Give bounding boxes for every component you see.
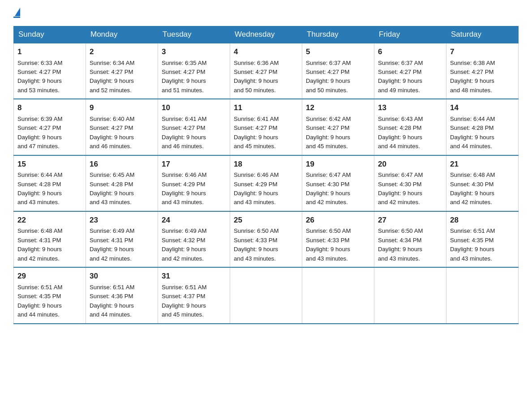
col-header-monday: Monday (86, 26, 158, 43)
logo-arrow-icon (15, 8, 20, 16)
day-info: Sunrise: 6:37 AMSunset: 4:27 PMDaylight:… (378, 60, 423, 94)
day-number: 7 (450, 46, 515, 58)
calendar-cell (374, 267, 446, 323)
calendar-cell: 3 Sunrise: 6:35 AMSunset: 4:27 PMDayligh… (158, 43, 230, 99)
calendar-cell: 21 Sunrise: 6:48 AMSunset: 4:30 PMDaylig… (446, 155, 519, 211)
day-number: 13 (378, 102, 442, 114)
day-info: Sunrise: 6:51 AMSunset: 4:35 PMDaylight:… (450, 227, 495, 261)
calendar-week-row: 22 Sunrise: 6:48 AMSunset: 4:31 PMDaylig… (14, 211, 519, 267)
calendar-cell: 8 Sunrise: 6:39 AMSunset: 4:27 PMDayligh… (14, 99, 86, 155)
day-info: Sunrise: 6:51 AMSunset: 4:36 PMDaylight:… (90, 284, 134, 318)
day-info: Sunrise: 6:44 AMSunset: 4:28 PMDaylight:… (17, 171, 62, 206)
calendar-cell: 10 Sunrise: 6:41 AMSunset: 4:27 PMDaylig… (158, 99, 230, 155)
calendar-cell: 22 Sunrise: 6:48 AMSunset: 4:31 PMDaylig… (14, 211, 86, 267)
calendar-cell: 28 Sunrise: 6:51 AMSunset: 4:35 PMDaylig… (446, 211, 519, 267)
calendar-cell: 25 Sunrise: 6:50 AMSunset: 4:33 PMDaylig… (230, 211, 302, 267)
calendar-cell: 9 Sunrise: 6:40 AMSunset: 4:27 PMDayligh… (86, 99, 158, 155)
calendar-cell: 4 Sunrise: 6:36 AMSunset: 4:27 PMDayligh… (230, 43, 302, 99)
col-header-wednesday: Wednesday (230, 26, 302, 43)
day-number: 12 (306, 102, 370, 114)
calendar-week-row: 15 Sunrise: 6:44 AMSunset: 4:28 PMDaylig… (14, 155, 519, 211)
calendar-cell: 31 Sunrise: 6:51 AMSunset: 4:37 PMDaylig… (158, 267, 230, 323)
calendar-cell: 7 Sunrise: 6:38 AMSunset: 4:27 PMDayligh… (446, 43, 519, 99)
calendar-cell: 29 Sunrise: 6:51 AMSunset: 4:35 PMDaylig… (14, 267, 86, 323)
day-number: 3 (162, 46, 226, 58)
day-number: 21 (450, 158, 515, 170)
day-number: 17 (162, 158, 226, 170)
calendar-cell: 20 Sunrise: 6:47 AMSunset: 4:30 PMDaylig… (374, 155, 446, 211)
calendar-cell: 26 Sunrise: 6:50 AMSunset: 4:33 PMDaylig… (302, 211, 374, 267)
calendar-cell: 14 Sunrise: 6:44 AMSunset: 4:28 PMDaylig… (446, 99, 519, 155)
day-info: Sunrise: 6:34 AMSunset: 4:27 PMDaylight:… (90, 60, 134, 94)
day-number: 28 (450, 214, 515, 226)
day-number: 16 (90, 158, 154, 170)
calendar-week-row: 29 Sunrise: 6:51 AMSunset: 4:35 PMDaylig… (14, 267, 519, 323)
calendar-cell: 11 Sunrise: 6:41 AMSunset: 4:27 PMDaylig… (230, 99, 302, 155)
day-number: 5 (306, 46, 370, 58)
logo (13, 9, 20, 18)
day-info: Sunrise: 6:50 AMSunset: 4:34 PMDaylight:… (378, 227, 423, 261)
calendar-cell: 30 Sunrise: 6:51 AMSunset: 4:36 PMDaylig… (86, 267, 158, 323)
day-number: 24 (162, 214, 226, 226)
day-number: 14 (450, 102, 515, 114)
calendar-cell: 5 Sunrise: 6:37 AMSunset: 4:27 PMDayligh… (302, 43, 374, 99)
calendar-cell (446, 267, 519, 323)
day-info: Sunrise: 6:50 AMSunset: 4:33 PMDaylight:… (234, 227, 279, 261)
day-info: Sunrise: 6:49 AMSunset: 4:32 PMDaylight:… (162, 227, 206, 261)
day-info: Sunrise: 6:47 AMSunset: 4:30 PMDaylight:… (306, 171, 351, 206)
day-number: 15 (17, 158, 82, 170)
day-number: 31 (162, 270, 226, 282)
day-info: Sunrise: 6:44 AMSunset: 4:28 PMDaylight:… (450, 116, 495, 150)
day-info: Sunrise: 6:51 AMSunset: 4:37 PMDaylight:… (162, 284, 206, 318)
calendar-cell: 27 Sunrise: 6:50 AMSunset: 4:34 PMDaylig… (374, 211, 446, 267)
calendar-cell: 12 Sunrise: 6:42 AMSunset: 4:27 PMDaylig… (302, 99, 374, 155)
calendar-cell: 17 Sunrise: 6:46 AMSunset: 4:29 PMDaylig… (158, 155, 230, 211)
calendar-header-row: SundayMondayTuesdayWednesdayThursdayFrid… (14, 26, 519, 43)
day-info: Sunrise: 6:47 AMSunset: 4:30 PMDaylight:… (378, 171, 423, 206)
day-number: 9 (90, 102, 154, 114)
day-number: 29 (17, 270, 82, 282)
col-header-sunday: Sunday (14, 26, 86, 43)
day-info: Sunrise: 6:49 AMSunset: 4:31 PMDaylight:… (90, 227, 134, 261)
day-info: Sunrise: 6:38 AMSunset: 4:27 PMDaylight:… (450, 60, 495, 94)
calendar-cell: 19 Sunrise: 6:47 AMSunset: 4:30 PMDaylig… (302, 155, 374, 211)
calendar-cell: 13 Sunrise: 6:43 AMSunset: 4:28 PMDaylig… (374, 99, 446, 155)
day-info: Sunrise: 6:48 AMSunset: 4:30 PMDaylight:… (450, 171, 495, 206)
day-number: 11 (234, 102, 298, 114)
calendar-cell (302, 267, 374, 323)
calendar-cell: 1 Sunrise: 6:33 AMSunset: 4:27 PMDayligh… (14, 43, 86, 99)
day-number: 30 (90, 270, 154, 282)
day-number: 25 (234, 214, 298, 226)
day-info: Sunrise: 6:48 AMSunset: 4:31 PMDaylight:… (17, 227, 62, 261)
calendar-cell: 23 Sunrise: 6:49 AMSunset: 4:31 PMDaylig… (86, 211, 158, 267)
day-info: Sunrise: 6:46 AMSunset: 4:29 PMDaylight:… (162, 171, 206, 206)
day-info: Sunrise: 6:41 AMSunset: 4:27 PMDaylight:… (162, 116, 206, 150)
day-number: 1 (17, 46, 82, 58)
day-number: 6 (378, 46, 442, 58)
calendar-cell: 6 Sunrise: 6:37 AMSunset: 4:27 PMDayligh… (374, 43, 446, 99)
calendar-cell: 15 Sunrise: 6:44 AMSunset: 4:28 PMDaylig… (14, 155, 86, 211)
day-info: Sunrise: 6:36 AMSunset: 4:27 PMDaylight:… (234, 60, 279, 94)
logo-underline (13, 17, 20, 18)
col-header-tuesday: Tuesday (158, 26, 230, 43)
day-number: 26 (306, 214, 370, 226)
day-number: 19 (306, 158, 370, 170)
calendar-table: SundayMondayTuesdayWednesdayThursdayFrid… (13, 26, 519, 324)
calendar-cell: 16 Sunrise: 6:45 AMSunset: 4:28 PMDaylig… (86, 155, 158, 211)
calendar-cell: 18 Sunrise: 6:46 AMSunset: 4:29 PMDaylig… (230, 155, 302, 211)
day-info: Sunrise: 6:50 AMSunset: 4:33 PMDaylight:… (306, 227, 351, 261)
calendar-cell: 2 Sunrise: 6:34 AMSunset: 4:27 PMDayligh… (86, 43, 158, 99)
day-number: 23 (90, 214, 154, 226)
day-info: Sunrise: 6:42 AMSunset: 4:27 PMDaylight:… (306, 116, 351, 150)
calendar-cell: 24 Sunrise: 6:49 AMSunset: 4:32 PMDaylig… (158, 211, 230, 267)
day-number: 27 (378, 214, 442, 226)
day-info: Sunrise: 6:33 AMSunset: 4:27 PMDaylight:… (17, 60, 62, 94)
day-info: Sunrise: 6:39 AMSunset: 4:27 PMDaylight:… (17, 116, 62, 150)
day-number: 20 (378, 158, 442, 170)
day-info: Sunrise: 6:45 AMSunset: 4:28 PMDaylight:… (90, 171, 134, 206)
calendar-week-row: 1 Sunrise: 6:33 AMSunset: 4:27 PMDayligh… (14, 43, 519, 99)
page-header (13, 9, 519, 18)
day-info: Sunrise: 6:37 AMSunset: 4:27 PMDaylight:… (306, 60, 351, 94)
calendar-week-row: 8 Sunrise: 6:39 AMSunset: 4:27 PMDayligh… (14, 99, 519, 155)
col-header-thursday: Thursday (302, 26, 374, 43)
